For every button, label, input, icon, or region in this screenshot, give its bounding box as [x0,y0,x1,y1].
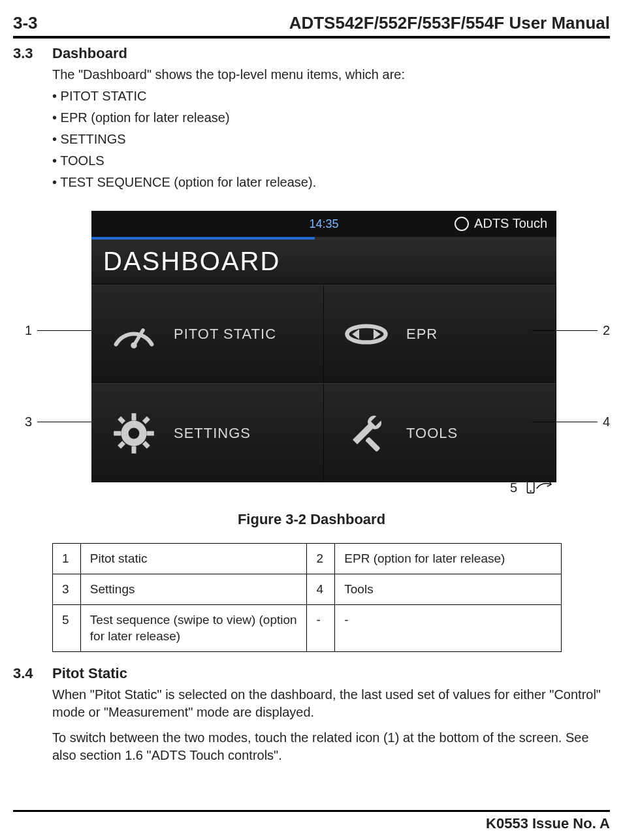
callout-4: 4 [532,413,610,431]
svg-rect-7 [132,413,136,420]
table-row: 5 Test sequence (swipe to view) (option … [53,604,562,651]
callout-2: 2 [532,322,610,339]
callout-5: 5 [510,478,555,498]
legend-num: 1 [53,544,81,574]
section-title: Pitot Static [52,664,127,683]
tools-icon [341,408,392,459]
table-row: 1 Pitot static 2 EPR (option for later r… [53,544,562,574]
bullet-tools: • TOOLS [52,152,610,170]
section-3-4-body: When "Pitot Static" is selected on the d… [52,686,610,764]
bullet-pitot: • PITOT STATIC [52,87,610,105]
tile-tools[interactable]: TOOLS [324,383,556,482]
body-paragraph: To switch between the two modes, touch t… [52,729,610,764]
gauge-icon [108,309,159,360]
legend-text: Pitot static [80,544,307,574]
svg-point-1 [131,343,136,349]
tile-settings[interactable]: SETTINGS [91,383,324,482]
status-bar: 14:35 ADTS Touch [91,211,556,237]
svg-rect-8 [132,446,136,453]
callout-number: 3 [25,413,32,431]
swipe-hand-icon [526,478,555,498]
section-number: 3.4 [13,664,52,683]
screen-title: DASHBOARD [91,237,556,285]
svg-point-17 [530,490,532,491]
callout-number: 2 [603,322,610,339]
svg-rect-12 [142,441,150,448]
page-footer: K0553 Issue No. A [13,810,610,833]
tile-epr[interactable]: EPR [324,285,556,384]
adts-touch-device: 14:35 ADTS Touch DASHBOARD PITOT STATIC … [91,211,556,475]
bullet-epr: • EPR (option for later release) [52,109,610,127]
issue-number: K0553 Issue No. A [13,814,610,833]
callout-number: 1 [25,322,32,339]
legend-text: Tools [335,574,562,605]
bullet-settings: • SETTINGS [52,131,610,148]
section-number: 3.3 [13,44,52,63]
manual-title: ADTS542F/552F/553F/554F User Manual [289,12,610,35]
epr-icon [341,309,392,360]
svg-rect-9 [114,431,121,435]
svg-rect-11 [118,416,125,424]
ge-logo-icon [455,217,469,231]
gear-icon [108,408,159,459]
page-number: 3-3 [13,12,38,35]
tile-pitot-static[interactable]: PITOT STATIC [91,285,324,384]
legend-text: EPR (option for later release) [335,544,562,574]
tile-label: TOOLS [406,424,458,443]
callout-1: 1 [25,322,92,339]
svg-marker-4 [352,329,359,339]
tile-label: EPR [406,324,438,344]
legend-text: Test sequence (swipe to view) (option fo… [80,604,307,651]
section-3-4-heading: 3.4 Pitot Static [13,664,610,683]
page-header: 3-3 ADTS542F/552F/553F/554F User Manual [13,12,610,39]
legend-num: 2 [307,544,335,574]
section-title: Dashboard [52,44,127,63]
progress-bar [91,237,315,240]
svg-rect-10 [147,431,154,435]
svg-rect-15 [365,436,381,452]
legend-num: - [307,604,335,651]
section-3-3-heading: 3.3 Dashboard [13,44,610,63]
legend-num: 3 [53,574,81,605]
bullet-test-sequence: • TEST SEQUENCE (option for later releas… [52,174,610,191]
section-3-3-body: The "Dashboard" shows the top-level menu… [52,66,610,191]
table-row: 3 Settings 4 Tools [53,574,562,605]
legend-num: 5 [53,604,81,651]
legend-text: - [335,604,562,651]
tile-label: SETTINGS [174,424,251,443]
callout-3: 3 [25,413,92,431]
body-paragraph: When "Pitot Static" is selected on the d… [52,686,610,721]
figure-3-2: 14:35 ADTS Touch DASHBOARD PITOT STATIC … [13,211,610,505]
callout-number: 5 [510,479,517,497]
svg-rect-13 [142,416,150,424]
tile-label: PITOT STATIC [174,324,276,344]
svg-point-6 [129,428,140,439]
legend-text: Settings [80,574,307,605]
intro-text: The "Dashboard" shows the top-level menu… [52,66,610,84]
legend-num: 4 [307,574,335,605]
figure-legend-table: 1 Pitot static 2 EPR (option for later r… [52,543,562,652]
svg-marker-3 [374,329,381,339]
clock: 14:35 [309,216,338,232]
svg-rect-14 [118,441,125,448]
callout-number: 4 [603,413,610,431]
figure-caption: Figure 3-2 Dashboard [13,510,610,529]
brand-label: ADTS Touch [474,215,547,232]
